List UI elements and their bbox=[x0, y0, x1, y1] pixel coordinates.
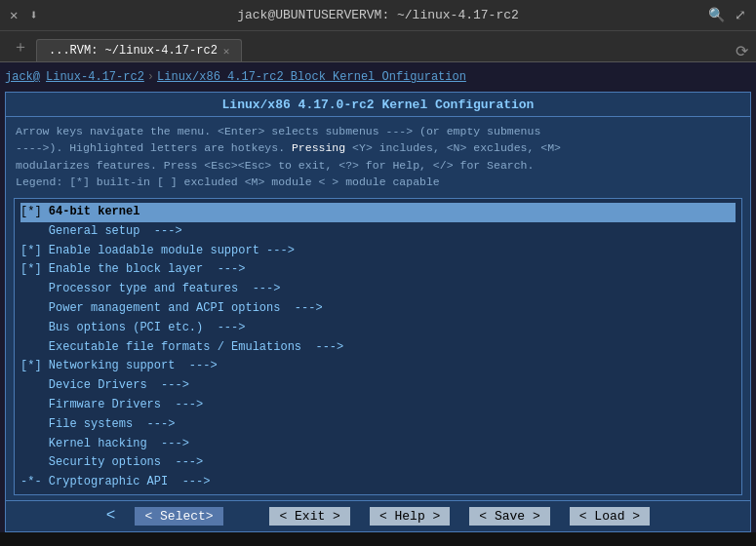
config-title: Linux/x86 4.17.0-rc2 Kernel Configuratio… bbox=[6, 98, 750, 117]
close-icon[interactable]: ✕ bbox=[10, 7, 18, 23]
help-line1: Arrow keys navigate the menu. <Enter> se… bbox=[16, 125, 540, 137]
title-bar-right: 🔍 ⤢ bbox=[708, 7, 746, 23]
main-tab[interactable]: ...RVM: ~/linux-4.17-rc2 ✕ bbox=[36, 39, 242, 61]
menu-item[interactable]: Executable file formats / Emulations ---… bbox=[20, 338, 736, 358]
bottom-bar: < < Select> < Exit > < Help > < Save > <… bbox=[5, 501, 751, 532]
download-icon[interactable]: ⬇ bbox=[29, 7, 37, 23]
breadcrumb-area: jack@ Linux-4.17-rc2 › Linux/x86 4.17-rc… bbox=[0, 62, 756, 92]
tab-history-icon[interactable]: ⟳ bbox=[736, 42, 748, 61]
menu-item[interactable]: [*] Enable loadable module support ---> bbox=[20, 242, 736, 261]
tab-bar-right: ⟳ bbox=[736, 42, 756, 61]
select-button[interactable]: < Select> bbox=[135, 507, 222, 526]
expand-icon[interactable]: ⤢ bbox=[735, 7, 746, 23]
help-line3: modularizes features. Press <Esc><Esc> t… bbox=[16, 159, 534, 172]
save-button[interactable]: < Save > bbox=[469, 507, 549, 526]
select-bracket-left: < bbox=[106, 507, 116, 526]
exit-button[interactable]: < Exit > bbox=[269, 507, 349, 526]
breadcrumb-sep2: › bbox=[147, 70, 154, 84]
help-line4: Legend: [*] built-in [ ] excluded <M> mo… bbox=[16, 176, 440, 188]
breadcrumb-jack[interactable]: jack@ bbox=[5, 70, 40, 84]
menu-item[interactable]: Kernel hacking ---> bbox=[20, 435, 736, 454]
menu-item[interactable]: Processor type and features ---> bbox=[20, 280, 736, 299]
config-help-text: Arrow keys navigate the menu. <Enter> se… bbox=[6, 123, 750, 190]
menu-item[interactable]: General setup ---> bbox=[20, 222, 736, 242]
menu-item-selected[interactable]: [*] 64-bit kernel bbox=[20, 203, 736, 222]
menu-item[interactable]: Power management and ACPI options ---> bbox=[20, 299, 736, 319]
title-bar: ✕ ⬇ jack@UBUNTUSERVERVM: ~/linux-4.17-rc… bbox=[0, 0, 756, 31]
load-button[interactable]: < Load > bbox=[570, 507, 650, 526]
window-title: jack@UBUNTUSERVERVM: ~/linux-4.17-rc2 bbox=[237, 8, 519, 22]
menu-item[interactable]: File systems ---> bbox=[20, 415, 736, 435]
title-bar-left: ✕ ⬇ bbox=[10, 7, 38, 23]
menu-item[interactable]: Security options ---> bbox=[20, 453, 736, 473]
menu-item[interactable]: Firmware Drivers ---> bbox=[20, 396, 736, 415]
tab-label: ...RVM: ~/linux-4.17-rc2 bbox=[49, 44, 218, 58]
search-icon[interactable]: 🔍 bbox=[708, 7, 725, 23]
new-tab-button[interactable]: ＋ bbox=[5, 33, 36, 61]
breadcrumb-linux[interactable]: Linux-4.17-rc2 bbox=[46, 70, 144, 84]
help-button[interactable]: < Help > bbox=[370, 507, 450, 526]
menu-item[interactable]: -*- Cryptographic API ---> bbox=[20, 473, 736, 492]
breadcrumb-kernel[interactable]: Linux/x86 4.17-rc2 Block Kernel Onfigura… bbox=[157, 70, 466, 84]
menu-box: [*] 64-bit kernel General setup ---> [*]… bbox=[14, 198, 742, 495]
tab-bar: ＋ ...RVM: ~/linux-4.17-rc2 ✕ ⟳ bbox=[0, 31, 756, 62]
menu-item[interactable]: [*] Virtualization ---> bbox=[20, 492, 736, 495]
menu-item[interactable]: Device Drivers ---> bbox=[20, 376, 736, 396]
exit-button-wrap bbox=[243, 507, 251, 526]
menu-item[interactable]: Bus options (PCI etc.) ---> bbox=[20, 319, 736, 338]
status-bar bbox=[0, 532, 756, 546]
help-line2: ---->). Highlighted letters are hotkeys.… bbox=[16, 141, 561, 154]
kernel-config-window: Linux/x86 4.17.0-rc2 Kernel Configuratio… bbox=[5, 92, 751, 501]
menu-item[interactable]: [*] Networking support ---> bbox=[20, 357, 736, 376]
tab-close-icon[interactable]: ✕ bbox=[223, 45, 230, 58]
menu-item[interactable]: [*] Enable the block layer ---> bbox=[20, 260, 736, 280]
